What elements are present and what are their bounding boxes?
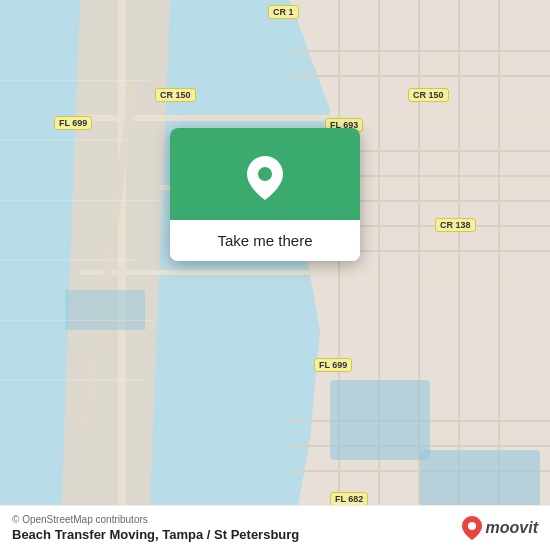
location-pin-icon [247, 156, 283, 200]
road-label-cr150-left: CR 150 [155, 88, 196, 102]
bottom-left-info: © OpenStreetMap contributors Beach Trans… [12, 514, 299, 542]
marina-1 [65, 290, 145, 330]
bottom-bar: © OpenStreetMap contributors Beach Trans… [0, 505, 550, 550]
water-line-6 [0, 380, 145, 381]
water-line-3 [0, 200, 160, 201]
road-label-fl699-top: FL 699 [54, 116, 92, 130]
road-horizontal-1 [80, 115, 550, 121]
grid-road-h6 [290, 50, 550, 52]
road-label-cr1: CR 1 [268, 5, 299, 19]
marina-2 [330, 380, 430, 460]
road-label-cr150-right: CR 150 [408, 88, 449, 102]
road-vertical-1 [118, 0, 126, 550]
road-label-cr138: CR 138 [435, 218, 476, 232]
moovit-pin-icon [462, 516, 482, 540]
water-line-4 [0, 260, 140, 261]
copyright-text: © OpenStreetMap contributors [12, 514, 299, 525]
road-label-fl699-bottom: FL 699 [314, 358, 352, 372]
popup-green-area [170, 128, 360, 220]
road-label-fl682: FL 682 [330, 492, 368, 506]
map-container: CR 1 CR 150 CR 150 FL 699 FL 693 CR 138 … [0, 0, 550, 550]
grid-road-v2 [458, 0, 460, 510]
location-title: Beach Transfer Moving, Tampa / St Peters… [12, 527, 299, 542]
road-horizontal-3 [80, 270, 550, 275]
grid-road-v1 [498, 0, 500, 510]
moovit-brand-text: moovit [486, 519, 538, 537]
grid-road-h7 [290, 75, 550, 77]
svg-point-1 [468, 522, 476, 530]
water-line-5 [0, 320, 155, 321]
popup-card: Take me there [170, 128, 360, 261]
water-line-2 [0, 140, 130, 141]
water-line-1 [0, 80, 150, 81]
moovit-logo[interactable]: moovit [462, 516, 538, 540]
marina-3 [420, 450, 540, 510]
svg-point-0 [258, 167, 272, 181]
take-me-there-button[interactable]: Take me there [170, 220, 360, 261]
